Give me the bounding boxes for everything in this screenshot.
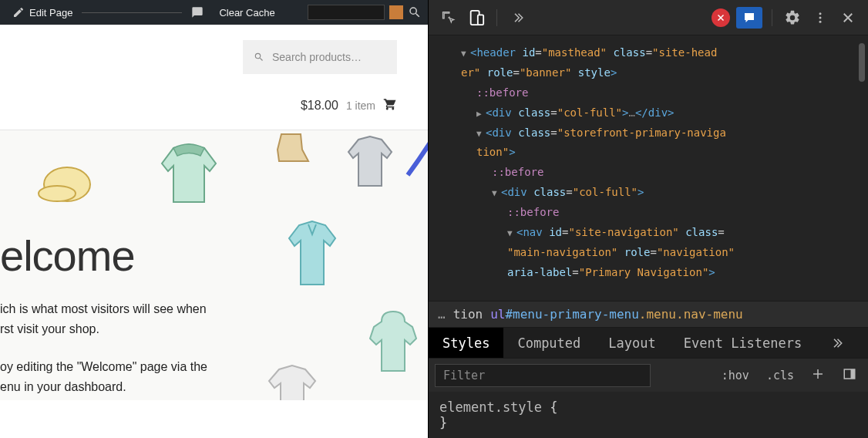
- hero-title: elcome: [0, 231, 207, 281]
- element-node[interactable]: ▼<div class="storefront-primary-naviga: [439, 123, 868, 143]
- hov-toggle[interactable]: :hov: [717, 369, 754, 382]
- more-tabs-button[interactable]: [816, 328, 857, 358]
- element-node[interactable]: ▼<header id="masthead" class="site-head: [439, 43, 868, 63]
- cart-summary[interactable]: $18.00 1 item: [0, 74, 428, 130]
- comments-link[interactable]: [185, 6, 210, 19]
- element-node-contd[interactable]: "main-navigation" role="navigation": [439, 243, 868, 263]
- cart-price: $18.00: [301, 99, 338, 113]
- tab-styles[interactable]: Styles: [429, 328, 503, 358]
- breadcrumb-item-selected[interactable]: ul#menu-primary-menu.menu.nav-menu: [490, 307, 743, 322]
- close-devtools-button[interactable]: [837, 7, 859, 29]
- scrollbar[interactable]: [859, 43, 865, 82]
- clear-cache-link[interactable]: Clear Cache: [213, 7, 281, 19]
- element-node-contd[interactable]: tion">: [439, 143, 868, 163]
- search-icon[interactable]: [408, 5, 422, 19]
- element-node[interactable]: ▶<div class="col-full">…</div>: [439, 103, 868, 123]
- clear-cache-label: Clear Cache: [219, 7, 274, 19]
- error-badge[interactable]: [712, 8, 730, 27]
- tab-layout[interactable]: Layout: [594, 328, 669, 358]
- site-preview: Edit Page Clear Cache Search products… $…: [0, 0, 429, 438]
- styles-tab-bar: Styles Computed Layout Event Listeners: [429, 327, 868, 358]
- pencil-icon: [12, 6, 25, 19]
- hero-section: elcome ich is what most visitors will se…: [0, 130, 428, 400]
- styles-filter-row: Filter :hov .cls: [429, 358, 868, 392]
- element-node-contd[interactable]: er" role="banner" style>: [439, 63, 868, 83]
- site-header: Search products… $18.00 1 item: [0, 25, 428, 130]
- devtools-toolbar: [429, 0, 868, 35]
- clothing-hoodie-icon: [362, 308, 424, 377]
- styles-rules[interactable]: element.style { }: [429, 392, 868, 438]
- search-icon: [254, 52, 264, 62]
- hero-paragraph-1: ich is what most visitors will see when …: [0, 299, 207, 339]
- edit-page-label: Edit Page: [29, 7, 72, 19]
- pseudo-element[interactable]: ::before: [439, 83, 868, 103]
- new-style-rule-button[interactable]: [806, 367, 829, 384]
- svg-rect-3: [478, 15, 483, 25]
- tab-event-listeners[interactable]: Event Listeners: [670, 328, 816, 358]
- search-placeholder: Search products…: [272, 51, 362, 63]
- device-toolbar-button[interactable]: [466, 7, 487, 29]
- svg-point-6: [819, 20, 822, 22]
- product-search-input[interactable]: Search products…: [243, 40, 397, 74]
- breadcrumb-overflow[interactable]: …: [438, 307, 446, 322]
- svg-rect-8: [851, 369, 855, 379]
- svg-point-1: [39, 186, 76, 201]
- site-content: Search products… $18.00 1 item elcome: [0, 25, 428, 400]
- dom-breadcrumb[interactable]: … tion ul#menu-primary-menu.menu.nav-men…: [429, 301, 868, 327]
- clothing-jacket-icon: [339, 130, 401, 192]
- element-node-contd[interactable]: aria-label="Primary Navigation">: [439, 263, 868, 283]
- avatar[interactable]: [389, 5, 403, 19]
- clothing-boot-icon: [270, 130, 316, 169]
- inspect-element-button[interactable]: [438, 7, 459, 29]
- admin-search-input[interactable]: [308, 5, 385, 20]
- edit-page-link[interactable]: Edit Page: [6, 6, 79, 19]
- clothing-shirt-icon: [146, 136, 231, 210]
- svg-point-5: [819, 16, 822, 19]
- settings-button[interactable]: [782, 7, 803, 29]
- more-tabs-button[interactable]: [506, 7, 528, 29]
- feedback-button[interactable]: [736, 7, 762, 29]
- comment-icon: [191, 6, 204, 19]
- cls-toggle[interactable]: .cls: [762, 369, 799, 382]
- clothing-polo-icon: [278, 215, 347, 292]
- clothing-cap-icon: [32, 153, 102, 207]
- computed-sidebar-toggle[interactable]: [837, 367, 862, 384]
- wp-admin-bar: Edit Page Clear Cache: [0, 0, 428, 25]
- tab-computed[interactable]: Computed: [503, 328, 594, 358]
- element-node[interactable]: ▼<div class="col-full">: [439, 183, 868, 203]
- element-node[interactable]: ▼<nav id="site-navigation" class=: [439, 223, 868, 243]
- pseudo-element[interactable]: ::before: [439, 163, 868, 183]
- admin-separator: [82, 12, 182, 13]
- cart-icon: [383, 97, 397, 114]
- breadcrumb-item[interactable]: tion: [453, 307, 483, 322]
- pseudo-element[interactable]: ::before: [439, 203, 868, 223]
- svg-point-4: [819, 12, 822, 15]
- styles-filter-input[interactable]: Filter: [435, 364, 651, 387]
- devtools-panel: ▼<header id="masthead" class="site-head …: [429, 0, 868, 438]
- clothing-tee-icon: [257, 362, 327, 400]
- cart-count: 1 item: [346, 99, 375, 112]
- hero-paragraph-2: oy editing the "Welcome" page via the en…: [0, 357, 207, 396]
- kebab-menu-button[interactable]: [809, 7, 831, 29]
- elements-tree[interactable]: ▼<header id="masthead" class="site-head …: [429, 35, 868, 301]
